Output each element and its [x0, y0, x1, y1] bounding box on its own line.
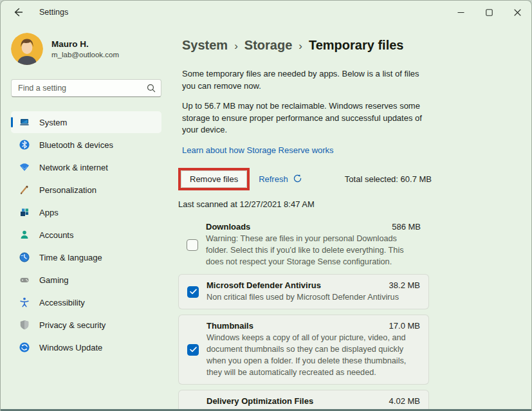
windows-update-icon: [19, 342, 30, 353]
sidebar-item-label: System: [39, 118, 67, 127]
close-icon: [514, 9, 521, 16]
sidebar-item-windows-update[interactable]: Windows Update: [11, 336, 161, 358]
sidebar-item-bluetooth-devices[interactable]: Bluetooth & devices: [11, 134, 161, 156]
apps-grid-icon: [19, 206, 30, 218]
list-item-downloads: Downloads 586 MB Warning: These are file…: [178, 218, 429, 269]
user-profile[interactable]: Mauro H. m_lab@outlook.com: [11, 33, 161, 65]
network-globe-icon: [19, 161, 30, 173]
sidebar-item-time-language[interactable]: Time & language: [11, 246, 161, 268]
last-scanned: Last scanned at 12/27/2021 8:47 AM: [178, 199, 430, 209]
profile-text: Mauro H. m_lab@outlook.com: [51, 39, 119, 59]
minimize-icon: [457, 9, 464, 16]
paintbrush-icon: [19, 184, 30, 196]
sidebar-nav: System Bluetooth & devices Network & int…: [11, 111, 161, 358]
page-title: Temporary files: [309, 38, 403, 53]
profile-name: Mauro H.: [51, 39, 119, 49]
sidebar-item-system[interactable]: System: [11, 111, 161, 133]
thumbnails-checkbox[interactable]: [187, 344, 199, 356]
remove-files-annotation: Remove files: [178, 168, 250, 190]
reserve-note-text: Up to 56.7 MB may not be reclaimable. Wi…: [182, 100, 430, 137]
shield-icon: [19, 319, 30, 331]
breadcrumb-storage[interactable]: Storage: [244, 38, 292, 53]
intro-text: Some temporary files are needed by apps.…: [182, 68, 430, 93]
sidebar-item-gaming[interactable]: Gaming: [11, 269, 161, 291]
sidebar-item-privacy-security[interactable]: Privacy & security: [11, 314, 161, 336]
gamepad-icon: [19, 274, 30, 286]
sidebar: Mauro H. m_lab@outlook.com System: [1, 24, 172, 409]
item-description: Non critical files used by Microsoft Def…: [206, 291, 420, 303]
sidebar-item-accessibility[interactable]: Accessibility: [11, 291, 161, 313]
item-title: Delivery Optimization Files: [206, 396, 313, 406]
refresh-icon: [293, 174, 302, 185]
maximize-button[interactable]: [475, 1, 503, 24]
breadcrumb-separator: ›: [298, 40, 302, 53]
defender-checkbox[interactable]: [187, 286, 199, 298]
list-item-thumbnails: Thumbnails 17.0 MB Windows keeps a copy …: [178, 315, 429, 385]
bluetooth-icon: [19, 139, 30, 151]
window-controls: [446, 1, 531, 24]
sidebar-item-label: Accessibility: [39, 298, 85, 307]
item-description: Warning: These are files in your persona…: [206, 233, 421, 268]
titlebar: Settings: [1, 1, 531, 24]
sidebar-item-network-internet[interactable]: Network & internet: [11, 156, 161, 178]
temporary-files-list: Downloads 586 MB Warning: These are file…: [178, 218, 429, 411]
item-title: Downloads: [206, 222, 250, 232]
list-item-delivery-optimization: Delivery Optimization Files 4.02 MB Deli…: [178, 390, 429, 411]
close-button[interactable]: [503, 1, 531, 24]
breadcrumb-system[interactable]: System: [182, 38, 228, 53]
sidebar-item-label: Time & language: [39, 253, 102, 262]
back-arrow-icon: [13, 6, 24, 18]
breadcrumb: System › Storage › Temporary files: [182, 38, 430, 53]
remove-files-button[interactable]: Remove files: [181, 170, 247, 188]
sidebar-item-label: Apps: [39, 208, 59, 217]
item-title: Thumbnails: [206, 321, 253, 331]
sidebar-item-label: Accounts: [39, 230, 73, 240]
item-description: Delivery Optimization is used to downloa…: [206, 407, 420, 411]
item-title: Microsoft Defender Antivirus: [206, 280, 321, 290]
settings-window: Settings: [0, 0, 532, 411]
sidebar-item-label: Personalization: [39, 185, 96, 195]
profile-email: m_lab@outlook.com: [51, 51, 119, 59]
sidebar-item-label: Windows Update: [39, 343, 102, 352]
system-icon: [19, 116, 30, 128]
item-size: 38.2 MB: [389, 280, 420, 290]
sidebar-item-label: Privacy & security: [39, 320, 105, 330]
item-size: 586 MB: [392, 222, 421, 232]
storage-reserve-link[interactable]: Learn about how Storage Reserve works: [182, 145, 334, 155]
search-icon: [147, 84, 156, 95]
sidebar-item-accounts[interactable]: Accounts: [11, 224, 161, 246]
refresh-button[interactable]: Refresh: [259, 174, 302, 185]
back-button[interactable]: [10, 5, 28, 20]
maximize-icon: [486, 9, 493, 16]
sidebar-item-personalization[interactable]: Personalization: [11, 179, 161, 201]
sidebar-item-apps[interactable]: Apps: [11, 201, 161, 223]
clock-globe-icon: [19, 251, 30, 263]
accessibility-person-icon: [19, 297, 30, 308]
list-item-defender: Microsoft Defender Antivirus 38.2 MB Non…: [178, 274, 429, 309]
app-title: Settings: [39, 8, 68, 17]
sidebar-item-label: Bluetooth & devices: [39, 140, 113, 150]
main-panel: System › Storage › Temporary files Some …: [172, 24, 430, 409]
search-box: [11, 79, 161, 97]
downloads-checkbox[interactable]: [187, 239, 198, 251]
item-size: 17.0 MB: [389, 321, 420, 331]
person-icon: [19, 229, 30, 241]
avatar: [11, 33, 43, 65]
total-selected: Total selected: 60.7 MB: [345, 174, 432, 184]
toolbar: Remove files Refresh Total selected: 60.…: [178, 168, 432, 190]
item-description: Windows keeps a copy of all of your pict…: [206, 332, 420, 378]
breadcrumb-separator: ›: [234, 40, 238, 53]
search-input[interactable]: [12, 84, 161, 93]
sidebar-item-label: Gaming: [39, 275, 69, 285]
refresh-label: Refresh: [259, 174, 288, 184]
item-size: 4.02 MB: [389, 396, 420, 406]
minimize-button[interactable]: [446, 1, 475, 24]
sidebar-item-label: Network & internet: [39, 163, 108, 172]
